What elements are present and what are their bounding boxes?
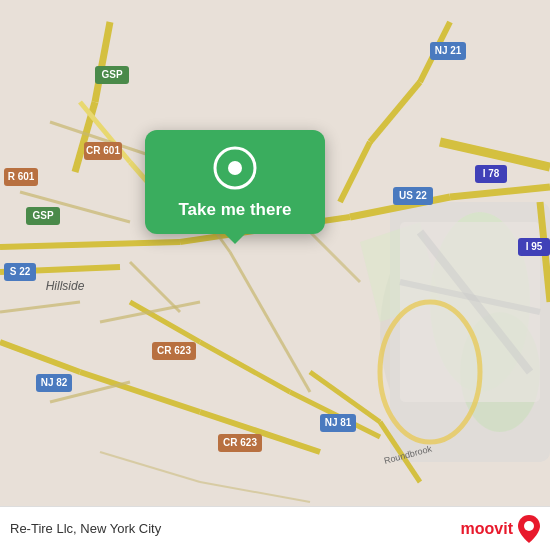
svg-point-76 xyxy=(228,161,242,175)
svg-text:I 95: I 95 xyxy=(526,241,543,252)
svg-text:CR 623: CR 623 xyxy=(223,437,257,448)
svg-text:I 78: I 78 xyxy=(483,168,500,179)
moovit-label: moovit xyxy=(461,520,513,538)
svg-text:Hillside: Hillside xyxy=(46,279,85,293)
moovit-icon xyxy=(518,515,540,543)
svg-point-77 xyxy=(524,521,534,531)
svg-text:GSP: GSP xyxy=(32,210,53,221)
map-background: GSP NJ 21 CR 601 R 601 GSP US 22 I 78 S … xyxy=(0,0,550,550)
svg-text:R 601: R 601 xyxy=(8,171,35,182)
svg-text:CR 601: CR 601 xyxy=(86,145,120,156)
map-container: GSP NJ 21 CR 601 R 601 GSP US 22 I 78 S … xyxy=(0,0,550,550)
take-me-there-button[interactable]: Take me there xyxy=(178,200,291,220)
location-pin-icon xyxy=(213,146,257,190)
svg-text:CR 623: CR 623 xyxy=(157,345,191,356)
svg-text:NJ 81: NJ 81 xyxy=(325,417,352,428)
svg-text:NJ 21: NJ 21 xyxy=(435,45,462,56)
svg-text:GSP: GSP xyxy=(101,69,122,80)
location-name: Re-Tire Llc, New York City xyxy=(10,521,161,536)
moovit-logo: moovit xyxy=(461,515,540,543)
svg-text:NJ 82: NJ 82 xyxy=(41,377,68,388)
svg-text:S 22: S 22 xyxy=(10,266,31,277)
svg-text:US 22: US 22 xyxy=(399,190,427,201)
take-me-there-popup[interactable]: Take me there xyxy=(145,130,325,234)
bottom-bar: Re-Tire Llc, New York City moovit xyxy=(0,506,550,550)
location-info: Re-Tire Llc, New York City xyxy=(10,521,161,536)
